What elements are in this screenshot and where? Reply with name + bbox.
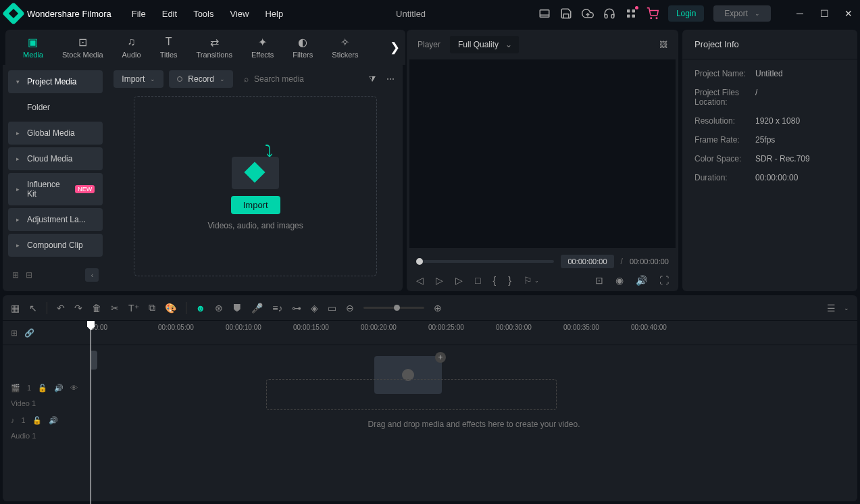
sidebar-item-global-media[interactable]: ▸Global Media [8, 122, 103, 145]
close-button[interactable]: ✕ [842, 7, 855, 20]
timeline-body[interactable]: Drag and drop media and effects here to … [91, 345, 857, 501]
menu-file[interactable]: File [132, 9, 146, 19]
progress-thumb[interactable] [416, 258, 423, 265]
link-tool-icon[interactable]: ⊶ [292, 303, 301, 313]
sidebar-item-influence-kit[interactable]: ▸Influence KitNEW [8, 173, 103, 205]
collapse-sidebar-button[interactable]: ‹ [85, 268, 99, 282]
record-dropdown[interactable]: Record⌄ [169, 70, 233, 88]
layout-icon[interactable] [538, 7, 551, 20]
mark-in-button[interactable]: { [492, 275, 496, 286]
progress-bar[interactable] [416, 260, 554, 263]
display-button[interactable]: ⊡ [595, 275, 603, 286]
delete-folder-icon[interactable]: ⊟ [26, 270, 32, 280]
crop-tool-icon[interactable]: ⧉ [149, 302, 155, 313]
audio-track-header[interactable]: ♪1 🔓 🔊 Audio 1 [3, 411, 91, 444]
audio-tool-icon[interactable]: ≡♪ [272, 303, 282, 313]
mute-icon[interactable]: 🔊 [54, 384, 64, 393]
track-size-icon[interactable]: ☰ [827, 303, 836, 313]
lock-icon[interactable]: 🔓 [32, 416, 42, 425]
cut-button[interactable]: ✂ [111, 303, 119, 313]
import-button[interactable]: Import [231, 196, 280, 214]
track-number: 1 [27, 384, 31, 392]
text-tool-icon[interactable]: T⁺ [128, 303, 139, 313]
shield-icon[interactable]: ⛊ [232, 303, 242, 313]
menu-view[interactable]: View [230, 9, 249, 19]
delete-button[interactable]: 🗑 [92, 303, 101, 313]
zoom-out-button[interactable]: ⊖ [346, 303, 354, 313]
project-info-title: Project Info [682, 30, 857, 59]
search-input[interactable] [254, 74, 355, 84]
sidebar-item-compound-clip[interactable]: ▸Compound Clip [8, 234, 103, 257]
new-folder-icon[interactable]: ⊞ [12, 270, 19, 280]
save-icon[interactable] [560, 7, 572, 20]
apps-icon[interactable] [625, 7, 637, 20]
timeline-ruler[interactable]: 00:00 00:00:05:00 00:00:10:00 00:00:15:0… [91, 321, 857, 345]
player-viewport[interactable] [409, 59, 676, 248]
tab-stickers[interactable]: ✧Stickers [322, 33, 368, 61]
color-tool-icon[interactable]: 🎨 [165, 303, 176, 313]
play-button[interactable]: ▷ [455, 275, 463, 286]
grid-icon[interactable]: ▦ [11, 303, 20, 313]
lock-icon[interactable]: 🔓 [38, 384, 47, 393]
keyframe-icon[interactable]: ◈ [311, 303, 318, 313]
mute-icon[interactable]: 🔊 [49, 416, 58, 425]
import-dropzone[interactable]: ⤵ Import Videos, audio, and images [134, 96, 377, 276]
current-time[interactable]: 00:00:00:00 [561, 255, 613, 268]
render-icon[interactable]: ▭ [328, 303, 336, 313]
import-dropdown[interactable]: Import⌄ [113, 70, 163, 88]
redo-button[interactable]: ↷ [74, 303, 82, 313]
video-track-header[interactable]: 🎬1 🔓 🔊 👁 Video 1 [3, 379, 91, 411]
sidebar-item-cloud-media[interactable]: ▸Cloud Media [8, 147, 103, 170]
tabs-scroll-right[interactable]: ❯ [390, 40, 400, 55]
tab-stock-media[interactable]: ⊡Stock Media [53, 33, 113, 61]
tab-audio[interactable]: ♫Audio [113, 33, 151, 61]
fullscreen-button[interactable]: ⛶ [659, 275, 669, 286]
menu-edit[interactable]: Edit [162, 9, 177, 19]
mark-out-button[interactable]: } [508, 275, 511, 286]
add-track-icon[interactable]: ⊞ [11, 328, 18, 338]
timeline-dropzone[interactable] [266, 379, 557, 410]
cloud-icon[interactable] [582, 7, 594, 20]
zoom-in-button[interactable]: ⊕ [434, 303, 442, 313]
tab-effects[interactable]: ✦Effects [242, 33, 283, 61]
export-button[interactable]: Export⌄ [713, 5, 771, 22]
menu-tools[interactable]: Tools [193, 9, 213, 19]
tab-media[interactable]: ▣Media [14, 33, 53, 61]
options-chevron-icon[interactable]: ⌄ [844, 305, 849, 311]
support-icon[interactable] [603, 7, 615, 20]
camera-icon[interactable]: ◉ [615, 275, 624, 286]
prev-frame-button[interactable]: ◁ [416, 275, 424, 286]
more-icon[interactable]: ⋯ [384, 72, 397, 86]
mic-icon[interactable]: 🎤 [251, 303, 263, 313]
undo-button[interactable]: ↶ [57, 303, 65, 313]
playhead[interactable] [91, 321, 91, 504]
minimize-button[interactable]: ─ [794, 7, 806, 20]
sidebar-item-project-media[interactable]: ▾Project Media [8, 70, 103, 93]
zoom-thumb[interactable] [394, 305, 400, 311]
tab-titles[interactable]: TTitles [151, 33, 187, 61]
snapshot-icon[interactable]: 🖼 [659, 40, 667, 49]
ruler-mark: 00:00:35:00 [563, 324, 599, 331]
filter-icon[interactable]: ⧩ [366, 72, 378, 86]
sidebar-item-folder[interactable]: Folder [8, 96, 103, 119]
ai-tool-icon[interactable]: ☻ [196, 303, 206, 313]
tab-transitions[interactable]: ⇄Transitions [187, 33, 242, 61]
next-frame-button[interactable]: ▷ [436, 275, 443, 286]
stop-button[interactable]: □ [475, 275, 480, 286]
volume-button[interactable]: 🔊 [636, 275, 647, 286]
playhead-marker[interactable] [91, 351, 97, 370]
menu-help[interactable]: Help [265, 9, 283, 19]
maximize-button[interactable]: ☐ [818, 7, 830, 20]
cart-icon[interactable] [647, 7, 659, 20]
tab-filters[interactable]: ◐Filters [283, 33, 322, 61]
sidebar-item-adjustment-layer[interactable]: ▸Adjustment La... [8, 208, 103, 231]
link-icon[interactable]: 🔗 [24, 328, 34, 338]
marker-button[interactable]: ⚐⌄ [524, 275, 539, 286]
speed-tool-icon[interactable]: ⊛ [215, 303, 223, 313]
cursor-tool-icon[interactable]: ↖ [29, 303, 37, 313]
playback-quality-dropdown[interactable]: Full Quality [450, 36, 519, 53]
zoom-slider[interactable] [363, 307, 424, 309]
login-button[interactable]: Login [668, 5, 704, 22]
timeline-panel: ▦ ↖ ↶ ↷ 🗑 ✂ T⁺ ⧉ 🎨 ☻ ⊛ ⛊ 🎤 ≡♪ ⊶ ◈ ▭ ⊖ ⊕ … [3, 295, 857, 501]
visibility-icon[interactable]: 👁 [70, 384, 78, 392]
